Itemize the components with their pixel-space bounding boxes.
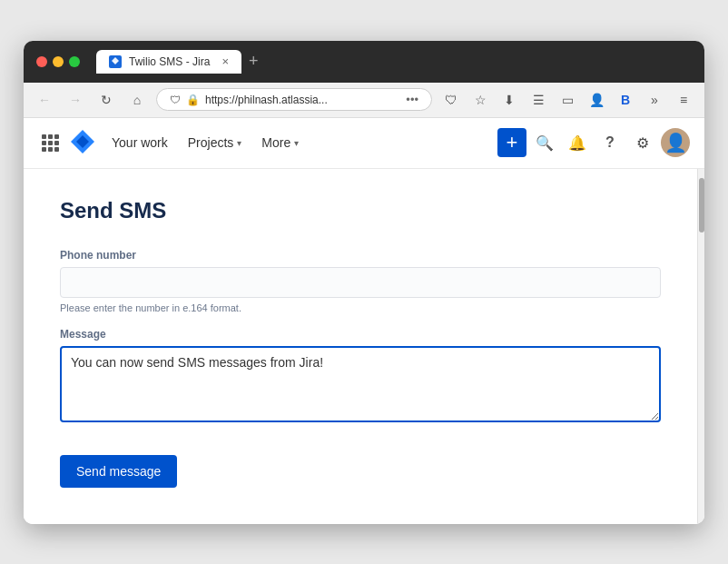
sidebar-icon[interactable]: ▭ bbox=[556, 88, 579, 112]
notifications-button[interactable]: 🔔 bbox=[563, 128, 592, 157]
jira-navbar: Your work Projects ▾ More ▾ + 🔍 🔔 ? bbox=[24, 118, 704, 169]
page-wrapper: Send SMS Phone number Please enter the n… bbox=[24, 169, 704, 524]
tab-title: Twilio SMS - Jira bbox=[129, 55, 214, 68]
app-switcher-button[interactable] bbox=[38, 131, 63, 155]
address-bar-actions: 🛡 ☆ ⬇ ☰ ▭ 👤 B » ≡ bbox=[439, 88, 695, 112]
user-avatar[interactable]: 👤 bbox=[661, 128, 690, 157]
reading-list-icon[interactable]: ☰ bbox=[526, 88, 550, 112]
phone-hint: Please enter the number in e.164 format. bbox=[60, 302, 661, 313]
page-content: Send SMS Phone number Please enter the n… bbox=[24, 169, 697, 524]
new-tab-button[interactable]: + bbox=[249, 52, 259, 71]
profile-icon[interactable]: 👤 bbox=[585, 88, 608, 112]
avatar-image: 👤 bbox=[664, 132, 687, 153]
traffic-lights bbox=[36, 56, 80, 67]
nav-right-icons: 🔍 🔔 ? ⚙ 👤 bbox=[530, 128, 690, 157]
create-button[interactable]: + bbox=[497, 128, 526, 157]
browser-window: Twilio SMS - Jira × + ← → ↻ ⌂ 🛡 🔒 https:… bbox=[24, 41, 704, 524]
phone-input[interactable] bbox=[60, 267, 661, 298]
address-bar: ← → ↻ ⌂ 🛡 🔒 https://philnash.atlassia...… bbox=[24, 83, 704, 118]
more-icon: ••• bbox=[406, 93, 418, 106]
close-button[interactable] bbox=[36, 56, 47, 67]
forward-button[interactable]: → bbox=[64, 88, 87, 112]
settings-button[interactable]: ⚙ bbox=[628, 128, 657, 157]
tab-favicon bbox=[109, 55, 122, 68]
refresh-button[interactable]: ↻ bbox=[94, 88, 118, 112]
message-label: Message bbox=[60, 328, 661, 341]
search-button[interactable]: 🔍 bbox=[530, 128, 559, 157]
your-work-nav-item[interactable]: Your work bbox=[103, 130, 177, 155]
message-textarea[interactable]: You can now send SMS messages from Jira! bbox=[60, 346, 661, 422]
tab-close-button[interactable]: × bbox=[221, 55, 229, 67]
help-icon: ? bbox=[605, 134, 615, 151]
shield-icon: 🛡 bbox=[170, 94, 181, 106]
bell-icon: 🔔 bbox=[568, 134, 586, 152]
shield-check-icon[interactable]: 🛡 bbox=[439, 88, 463, 112]
back-button[interactable]: ← bbox=[33, 88, 56, 112]
active-tab[interactable]: Twilio SMS - Jira × bbox=[96, 50, 241, 74]
phone-number-group: Phone number Please enter the number in … bbox=[60, 249, 661, 313]
projects-nav-item[interactable]: Projects ▾ bbox=[179, 130, 251, 155]
page-title: Send SMS bbox=[60, 198, 661, 223]
home-button[interactable]: ⌂ bbox=[125, 88, 149, 112]
menu-icon[interactable]: ≡ bbox=[672, 88, 695, 112]
send-message-button[interactable]: Send message bbox=[60, 455, 177, 488]
jira-logo[interactable] bbox=[70, 130, 95, 155]
tab-bar: Twilio SMS - Jira × + bbox=[96, 50, 692, 74]
more-chevron-icon: ▾ bbox=[294, 138, 299, 148]
search-icon: 🔍 bbox=[536, 134, 554, 152]
phone-label: Phone number bbox=[60, 249, 661, 262]
lock-icon: 🔒 bbox=[186, 94, 200, 106]
scrollbar-track bbox=[697, 169, 704, 524]
jira-nav-links: Your work Projects ▾ More ▾ bbox=[103, 130, 490, 155]
bookmark-icon[interactable]: ☆ bbox=[468, 88, 492, 112]
minimize-button[interactable] bbox=[53, 56, 64, 67]
more-nav-item[interactable]: More ▾ bbox=[252, 130, 308, 155]
maximize-button[interactable] bbox=[69, 56, 80, 67]
gear-icon: ⚙ bbox=[636, 134, 649, 152]
message-group: Message You can now send SMS messages fr… bbox=[60, 328, 661, 426]
extensions-icon[interactable]: » bbox=[643, 88, 666, 112]
projects-chevron-icon: ▾ bbox=[237, 138, 241, 148]
url-bar[interactable]: 🛡 🔒 https://philnash.atlassia... ••• bbox=[156, 88, 432, 111]
title-bar: Twilio SMS - Jira × + bbox=[24, 41, 704, 83]
url-text: https://philnash.atlassia... bbox=[205, 94, 400, 106]
bitwarden-icon[interactable]: B bbox=[614, 88, 637, 112]
help-button[interactable]: ? bbox=[595, 128, 625, 157]
scrollbar-thumb[interactable] bbox=[699, 178, 704, 233]
download-icon[interactable]: ⬇ bbox=[497, 88, 521, 112]
